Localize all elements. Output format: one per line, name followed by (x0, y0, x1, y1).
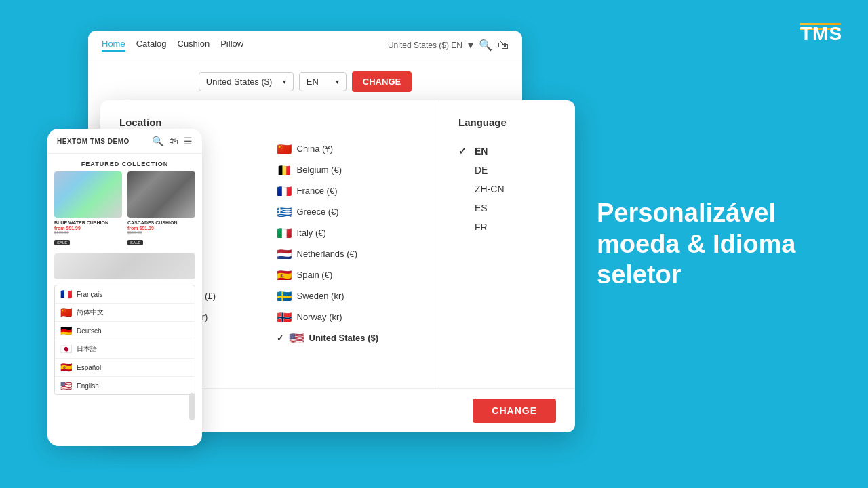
country-name-france: France (€) (297, 186, 338, 196)
country-name-italy: Italy (€) (297, 228, 326, 238)
lang-arrow-icon: ▾ (336, 78, 339, 85)
mobile-product-1-orig: $106.99 (54, 230, 122, 235)
mobile-lang-es-label: Español (77, 364, 101, 371)
flag-sweden: 🇸🇪 (277, 291, 292, 301)
back-card-change-button[interactable]: CHANGE (352, 71, 412, 92)
flag-norway: 🇳🇴 (277, 312, 292, 322)
mobile-product-1: BLUE WATER CUSHION from $91.99 $106.99 S… (54, 171, 122, 247)
chevron-down-icon: ▾ (468, 39, 473, 52)
mobile-lang-zhcn-label: 简体中文 (77, 308, 104, 317)
nav-cushion[interactable]: Cushion (178, 39, 210, 52)
flag-es-mobile: 🇪🇸 (60, 362, 73, 373)
mobile-lang-ja-label: 日本語 (77, 344, 97, 354)
country-china[interactable]: 🇨🇳 China (¥) (277, 142, 420, 156)
back-card-nav: Home Catalog Cushion Pillow United State… (88, 30, 522, 60)
nav-right: United States ($) EN ▾ 🔍 🛍 (388, 39, 509, 52)
mobile-nav-icons: 🔍 🛍 ☰ (152, 136, 193, 146)
main-change-button[interactable]: CHANGE (473, 399, 556, 423)
mobile-scroll-indicator (189, 393, 195, 420)
lang-de[interactable]: DE (458, 161, 556, 180)
country-norway[interactable]: 🇳🇴 Norway (kr) (277, 310, 420, 324)
country-greece[interactable]: 🇬🇷 Greece (€) (277, 205, 420, 219)
mobile-lang-de[interactable]: 🇩🇪 Deutsch (55, 322, 195, 340)
mobile-cart-icon[interactable]: 🛍 (169, 136, 178, 146)
mobile-lang-dropdown: 🇫🇷 Français 🇨🇳 简体中文 🇩🇪 Deutsch 🇯🇵 日本語 🇪🇸… (54, 285, 195, 395)
nav-links: Home Catalog Cushion Pillow (102, 39, 243, 52)
promo-text: Personalizável moeda & Idioma seletor (597, 198, 814, 291)
flag-spain: 🇪🇸 (277, 270, 292, 280)
country-italy[interactable]: 🇮🇹 Italy (€) (277, 226, 420, 240)
mobile-product-2-sale: SALE (127, 240, 143, 245)
mobile-lang-es[interactable]: 🇪🇸 Español (55, 359, 195, 377)
flag-us: 🇺🇸 (289, 333, 304, 343)
country-netherlands[interactable]: 🇳🇱 Netherlands (€) (277, 247, 420, 261)
lang-en[interactable]: ✓ EN (458, 142, 556, 161)
mobile-product-2-orig: $106.99 (127, 230, 195, 235)
mobile-menu-icon[interactable]: ☰ (184, 136, 193, 146)
nav-home[interactable]: Home (102, 39, 125, 52)
lang-zhcn[interactable]: ZH-CN (458, 180, 556, 199)
mobile-lang-en-label: English (77, 382, 99, 390)
country-spain[interactable]: 🇪🇸 Spain (€) (277, 268, 420, 282)
mobile-lang-fr[interactable]: 🇫🇷 Français (55, 285, 195, 304)
search-icon[interactable]: 🔍 (479, 39, 492, 52)
language-title: Language (458, 117, 556, 128)
mobile-product-2: CASCADES CUSHION from $91.99 $106.99 SAL… (127, 171, 195, 247)
modal-language-panel: Language ✓ EN DE ZH-CN ES FR (439, 100, 575, 388)
flag-italy: 🇮🇹 (277, 228, 292, 238)
mobile-product-1-sale: SALE (54, 240, 70, 245)
country-us[interactable]: ✓ 🇺🇸 United States ($) (277, 331, 420, 345)
flag-belgium: 🇧🇪 (277, 165, 292, 175)
flag-us-mobile: 🇺🇸 (60, 380, 73, 391)
location-title: Location (119, 117, 420, 128)
mobile-lang-zhcn[interactable]: 🇨🇳 简体中文 (55, 304, 195, 322)
flag-jp-mobile: 🇯🇵 (60, 344, 73, 354)
mobile-lang-en[interactable]: 🇺🇸 English (55, 377, 195, 394)
lang-de-label: DE (475, 165, 488, 176)
lang-zhcn-label: ZH-CN (475, 184, 505, 195)
currency-select[interactable]: United States ($) ▾ (199, 72, 294, 92)
mobile-nav: HEXTOM TMS DEMO 🔍 🛍 ☰ (47, 129, 202, 154)
flag-fr-mobile: 🇫🇷 (60, 289, 73, 300)
tms-logo: TMS (800, 20, 841, 30)
flag-greece: 🇬🇷 (277, 207, 292, 217)
flag-france: 🇫🇷 (277, 186, 292, 196)
lang-en-label: EN (475, 146, 488, 157)
country-name-netherlands: Netherlands (€) (297, 249, 358, 259)
mobile-lang-fr-label: Français (77, 291, 102, 298)
country-france[interactable]: 🇫🇷 France (€) (277, 184, 420, 198)
flag-de-mobile: 🇩🇪 (60, 325, 73, 336)
flag-cn-mobile: 🇨🇳 (60, 307, 73, 318)
country-name-belgium: Belgium (€) (297, 165, 342, 175)
cart-icon[interactable]: 🛍 (498, 39, 509, 52)
flag-netherlands: 🇳🇱 (277, 249, 292, 259)
lang-fr-label: FR (475, 222, 488, 232)
nav-pillow[interactable]: Pillow (220, 39, 243, 52)
mobile-search-icon[interactable]: 🔍 (152, 136, 163, 146)
mobile-product-3-img (54, 253, 195, 279)
mobile-store-name: HEXTOM TMS DEMO (57, 138, 130, 145)
country-name-china: China (¥) (297, 144, 333, 154)
mobile-products: BLUE WATER CUSHION from $91.99 $106.99 S… (47, 171, 202, 253)
mobile-product-1-price: from $91.99 (54, 226, 122, 230)
mobile-product-2-price: from $91.99 (127, 226, 195, 230)
nav-catalog[interactable]: Catalog (136, 39, 167, 52)
country-sweden[interactable]: 🇸🇪 Sweden (kr) (277, 289, 420, 303)
lang-select[interactable]: EN ▾ (299, 72, 347, 92)
mobile-product-2-name: CASCADES CUSHION (127, 220, 195, 226)
country-name-spain: Spain (€) (297, 270, 333, 280)
currency-arrow-icon: ▾ (283, 78, 286, 85)
mobile-lang-ja[interactable]: 🇯🇵 日本語 (55, 340, 195, 359)
country-name-greece: Greece (€) (297, 207, 339, 217)
us-checkmark: ✓ (277, 333, 283, 343)
mobile-lang-de-label: Deutsch (77, 327, 102, 335)
region-label: United States ($) EN (388, 41, 462, 50)
mobile-product-1-img (54, 171, 122, 218)
currency-row: United States ($) ▾ EN ▾ CHANGE (88, 60, 522, 103)
lang-fr[interactable]: FR (458, 218, 556, 237)
lang-es[interactable]: ES (458, 199, 556, 218)
country-name-norway: Norway (kr) (297, 312, 342, 322)
mobile-product-3-partial (47, 253, 202, 279)
country-name-sweden: Sweden (kr) (297, 291, 344, 301)
country-belgium[interactable]: 🇧🇪 Belgium (€) (277, 163, 420, 177)
